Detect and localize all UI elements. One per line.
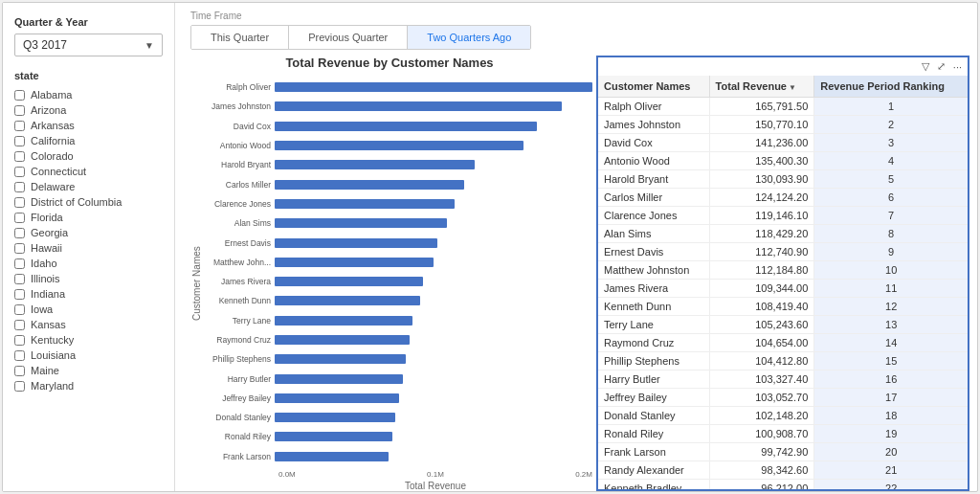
timeframe-button[interactable]: Two Quarters Ago <box>408 26 530 49</box>
bar-label: James Johnston <box>206 101 275 111</box>
state-list-item[interactable]: Louisiana <box>14 348 163 363</box>
table-cell: Donald Stanley <box>598 407 709 425</box>
state-name: Indiana <box>31 288 65 300</box>
bar-track <box>275 199 592 209</box>
table-column-header[interactable]: Revenue Period Ranking <box>814 76 968 98</box>
table-column-header[interactable]: Total Revenue ▼ <box>709 76 814 98</box>
state-list-item[interactable]: Idaho <box>14 256 163 271</box>
table-cell: 96,212.00 <box>709 480 814 490</box>
bar-label: Jeffrey Bailey <box>206 393 275 403</box>
timeframe-button[interactable]: This Quarter <box>191 26 289 49</box>
bar-row: Ralph Oliver <box>206 80 592 94</box>
table-cell: James Johnston <box>598 116 709 134</box>
state-name: Connecticut <box>31 166 86 177</box>
state-checkbox[interactable] <box>14 304 25 315</box>
state-name: Louisiana <box>31 349 76 361</box>
state-checkbox[interactable] <box>14 105 25 116</box>
state-list-item[interactable]: Arizona <box>14 102 163 118</box>
state-name: Alabama <box>31 89 72 101</box>
table-cell: Ronald Riley <box>598 425 709 443</box>
state-list-item[interactable]: Delaware <box>14 179 163 194</box>
state-name: Arizona <box>31 104 66 116</box>
state-list-item[interactable]: Arkansas <box>14 118 163 133</box>
chart-section: Total Revenue by Customer Names Customer… <box>183 56 596 491</box>
state-checkbox[interactable] <box>14 90 25 101</box>
state-checkbox[interactable] <box>14 243 25 254</box>
table-cell: 130,093.90 <box>709 170 814 189</box>
quarter-value: Q3 2017 <box>23 38 67 52</box>
table-section: ▽ ⤢ ··· Customer NamesTotal Revenue ▼Rev… <box>596 56 969 491</box>
bar-row: Ronald Riley <box>206 430 592 443</box>
state-list-item[interactable]: Kansas <box>14 317 163 332</box>
state-name: Arkansas <box>31 120 75 131</box>
table-cell: 124,124.20 <box>709 189 814 207</box>
timeframe-section: Time Frame This QuarterPrevious QuarterT… <box>175 3 977 50</box>
state-list-item[interactable]: Florida <box>14 210 163 225</box>
timeframe-button[interactable]: Previous Quarter <box>289 26 408 49</box>
state-checkbox[interactable] <box>14 335 25 346</box>
table-cell: 1 <box>814 98 968 116</box>
state-checkbox[interactable] <box>14 289 25 300</box>
table-cell: Harry Butler <box>598 370 709 389</box>
bar-row: Ernest Davis <box>206 236 592 250</box>
table-cell: 11 <box>814 280 968 298</box>
quarter-year-select[interactable]: Q3 2017 ▼ <box>14 34 163 56</box>
state-checkbox[interactable] <box>14 366 25 376</box>
state-list-item[interactable]: Hawaii <box>14 240 163 256</box>
table-cell: 12 <box>814 298 968 316</box>
table-cell: Kenneth Dunn <box>598 298 709 316</box>
bar-row: Frank Larson <box>206 450 592 463</box>
table-row: Ronald Riley100,908.7019 <box>598 425 968 443</box>
bar-row: Matthew John... <box>206 256 592 269</box>
chart-inner: Ralph OliverJames JohnstonDavid CoxAnton… <box>206 76 592 491</box>
state-checkbox[interactable] <box>14 121 25 131</box>
state-list-item[interactable]: Iowa <box>14 302 163 317</box>
state-checkbox[interactable] <box>14 258 25 269</box>
state-checkbox[interactable] <box>14 197 25 208</box>
table-row: Clarence Jones119,146.107 <box>598 207 968 225</box>
table-scroll[interactable]: Customer NamesTotal Revenue ▼Revenue Per… <box>598 76 968 489</box>
bar-row: Alan Sims <box>206 216 592 230</box>
state-list: AlabamaArizonaArkansasCaliforniaColorado… <box>14 87 163 393</box>
state-list-item[interactable]: Illinois <box>14 271 163 286</box>
x-axis-label: Total Revenue <box>278 481 592 491</box>
state-checkbox[interactable] <box>14 151 25 162</box>
table-cell: Phillip Stephens <box>598 352 709 370</box>
state-checkbox[interactable] <box>14 213 25 223</box>
table-cell: Randy Alexander <box>598 461 709 480</box>
table-cell: 18 <box>814 407 968 425</box>
bar-track <box>275 141 592 150</box>
state-checkbox[interactable] <box>14 274 25 284</box>
table-cell: 22 <box>814 480 968 490</box>
state-checkbox[interactable] <box>14 228 25 238</box>
table-column-header[interactable]: Customer Names <box>598 76 709 98</box>
state-list-item[interactable]: Indiana <box>14 286 163 302</box>
state-list-item[interactable]: Maryland <box>14 378 163 393</box>
main-panel: Time Frame This QuarterPrevious QuarterT… <box>175 3 977 491</box>
state-list-item[interactable]: Maine <box>14 363 163 378</box>
state-list-item[interactable]: Colorado <box>14 148 163 164</box>
state-list-item[interactable]: Connecticut <box>14 164 163 179</box>
table-cell: Raymond Cruz <box>598 334 709 352</box>
state-list-item[interactable]: Kentucky <box>14 332 163 348</box>
state-checkbox[interactable] <box>14 381 25 392</box>
state-checkbox[interactable] <box>14 320 25 330</box>
expand-icon[interactable]: ⤢ <box>935 59 947 74</box>
table-row: Jeffrey Bailey103,052.7017 <box>598 389 968 407</box>
table-cell: 14 <box>814 334 968 352</box>
bar-track <box>275 393 592 403</box>
state-checkbox[interactable] <box>14 167 25 177</box>
bar-fill <box>275 218 447 228</box>
table-cell: 15 <box>814 352 968 370</box>
state-checkbox[interactable] <box>14 182 25 192</box>
state-list-item[interactable]: California <box>14 133 163 148</box>
state-list-item[interactable]: Alabama <box>14 87 163 102</box>
state-list-item[interactable]: District of Columbia <box>14 194 163 210</box>
more-icon[interactable]: ··· <box>951 60 964 74</box>
state-checkbox[interactable] <box>14 136 25 146</box>
table-cell: 4 <box>814 152 968 170</box>
filter-icon[interactable]: ▽ <box>920 59 931 74</box>
state-checkbox[interactable] <box>14 350 25 361</box>
state-list-item[interactable]: Georgia <box>14 225 163 240</box>
bar-track <box>275 335 592 345</box>
